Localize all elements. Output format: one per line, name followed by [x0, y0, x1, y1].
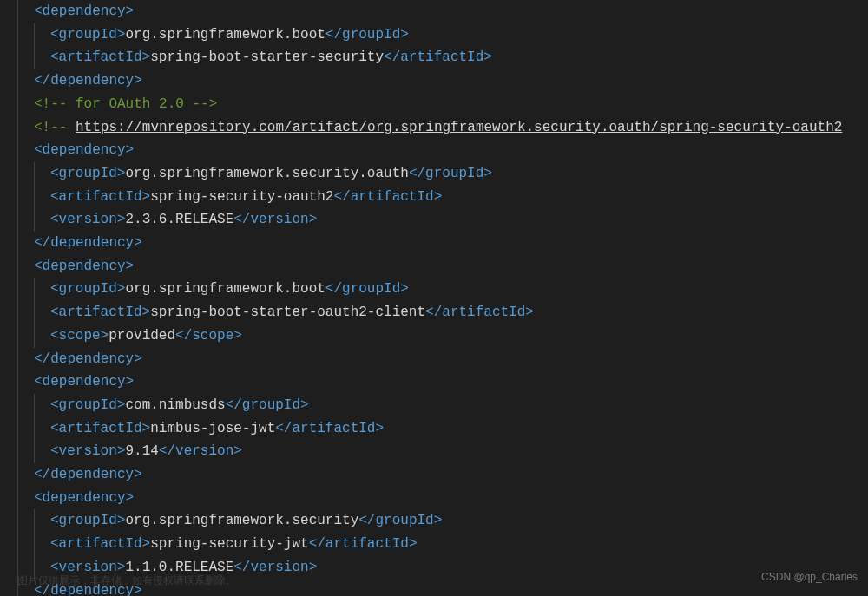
code-line: <groupId>org.springframework.security</g… [17, 509, 868, 533]
code-line: <!-- for OAuth 2.0 --> [17, 93, 868, 116]
code-line: <groupId>org.springframework.boot</group… [17, 23, 868, 47]
code-line: <scope>provided</scope> [17, 324, 868, 348]
code-line: </dependency> [17, 463, 868, 487]
code-line: <groupId>org.springframework.boot</group… [17, 278, 868, 301]
code-line: <dependency> [17, 487, 868, 510]
code-line: </dependency> [17, 69, 868, 93]
code-line: </dependency> [17, 348, 868, 371]
code-editor-content[interactable]: <dependency><groupId>org.springframework… [0, 0, 868, 596]
code-line: <artifactId>spring-boot-starter-oauth2-c… [17, 301, 868, 324]
watermark-text: CSDN @qp_Charles [761, 566, 858, 589]
code-line: </dependency> [17, 232, 868, 255]
code-line: <version>9.14</version> [17, 440, 868, 463]
code-line: <!-- https://mvnrepository.com/artifact/… [17, 116, 868, 140]
code-line: <artifactId>spring-security-jwt</artifac… [17, 533, 868, 556]
code-line: <dependency> [17, 139, 868, 162]
code-line: <artifactId>spring-boot-starter-security… [17, 46, 868, 69]
code-line: <artifactId>nimbus-jose-jwt</artifactId> [17, 417, 868, 441]
footer-disclaimer: 图片仅供展示，非存储，如有侵权请联系删除。 [17, 569, 236, 593]
code-line: <groupId>com.nimbusds</groupId> [17, 394, 868, 417]
code-line: <groupId>org.springframework.security.oa… [17, 162, 868, 186]
code-line: <version>2.3.6.RELEASE</version> [17, 208, 868, 232]
code-line: <artifactId>spring-security-oauth2</arti… [17, 186, 868, 209]
code-line: <dependency> [17, 0, 868, 23]
code-line: <dependency> [17, 370, 868, 394]
code-line: <dependency> [17, 255, 868, 278]
